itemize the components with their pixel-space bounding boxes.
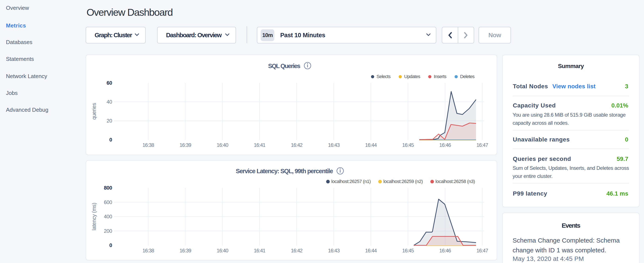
svg-text:16:41: 16:41 — [254, 142, 266, 148]
svg-text:600: 600 — [104, 199, 112, 205]
svg-text:16:39: 16:39 — [180, 142, 191, 148]
svg-text:16:39: 16:39 — [180, 248, 191, 253]
svg-text:20: 20 — [106, 118, 112, 124]
svg-text:800: 800 — [104, 185, 112, 191]
svg-text:16:44: 16:44 — [365, 142, 377, 148]
svg-text:16:43: 16:43 — [328, 142, 340, 148]
svg-text:400: 400 — [104, 214, 112, 219]
svg-text:16:44: 16:44 — [365, 248, 377, 253]
svg-text:16:41: 16:41 — [254, 248, 266, 253]
svg-text:16:47: 16:47 — [476, 248, 488, 253]
svg-text:0: 0 — [109, 137, 112, 143]
svg-text:60: 60 — [106, 80, 112, 86]
svg-text:16:45: 16:45 — [402, 248, 414, 253]
svg-text:16:46: 16:46 — [439, 248, 451, 253]
svg-text:queries: queries — [91, 103, 97, 120]
svg-text:16:47: 16:47 — [476, 142, 488, 148]
svg-text:16:40: 16:40 — [217, 142, 228, 148]
svg-text:40: 40 — [106, 99, 112, 105]
svg-text:16:40: 16:40 — [217, 248, 228, 253]
svg-text:16:46: 16:46 — [439, 142, 451, 148]
svg-text:latency (ms): latency (ms) — [91, 203, 97, 230]
svg-text:0: 0 — [109, 242, 112, 248]
svg-text:16:38: 16:38 — [142, 248, 154, 253]
svg-text:200: 200 — [104, 228, 112, 234]
svg-text:16:38: 16:38 — [142, 142, 154, 148]
svg-text:16:42: 16:42 — [291, 142, 302, 148]
svg-text:16:43: 16:43 — [328, 248, 340, 253]
svg-text:16:42: 16:42 — [291, 248, 302, 253]
svg-text:16:45: 16:45 — [402, 142, 414, 148]
